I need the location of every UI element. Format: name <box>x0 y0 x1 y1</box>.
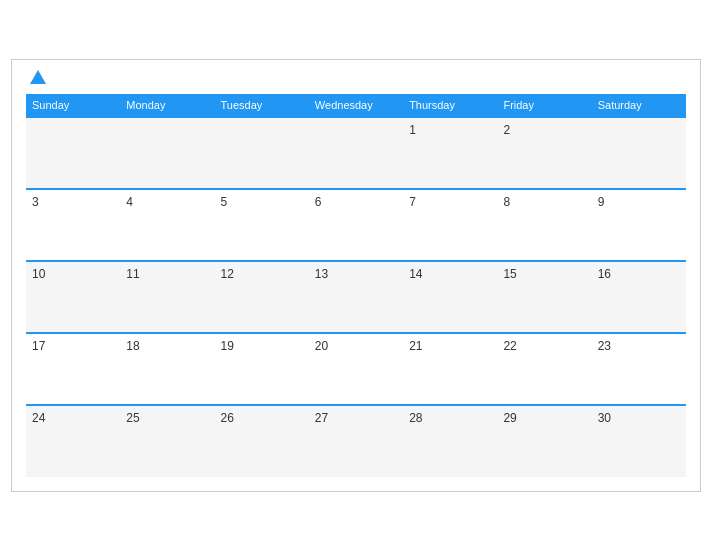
weekday-header-thursday: Thursday <box>403 94 497 117</box>
calendar-cell: 7 <box>403 189 497 261</box>
day-number: 29 <box>503 411 516 425</box>
weekday-header-tuesday: Tuesday <box>215 94 309 117</box>
calendar-cell: 24 <box>26 405 120 477</box>
day-number: 12 <box>221 267 234 281</box>
calendar-cell: 8 <box>497 189 591 261</box>
calendar-cell: 30 <box>592 405 686 477</box>
calendar-cell: 10 <box>26 261 120 333</box>
day-number: 30 <box>598 411 611 425</box>
calendar-cell: 28 <box>403 405 497 477</box>
calendar-cell: 17 <box>26 333 120 405</box>
calendar-cell: 15 <box>497 261 591 333</box>
calendar-cell <box>309 117 403 189</box>
day-number: 28 <box>409 411 422 425</box>
day-number: 21 <box>409 339 422 353</box>
day-number: 17 <box>32 339 45 353</box>
calendar-week-row: 24252627282930 <box>26 405 686 477</box>
calendar-cell: 1 <box>403 117 497 189</box>
day-number: 10 <box>32 267 45 281</box>
calendar-cell <box>592 117 686 189</box>
calendar-cell: 13 <box>309 261 403 333</box>
calendar-cell: 14 <box>403 261 497 333</box>
calendar-cell: 25 <box>120 405 214 477</box>
calendar-cell: 12 <box>215 261 309 333</box>
day-number: 7 <box>409 195 416 209</box>
logo-triangle-icon <box>30 70 46 84</box>
calendar-table: SundayMondayTuesdayWednesdayThursdayFrid… <box>26 94 686 477</box>
day-number: 23 <box>598 339 611 353</box>
calendar-container: SundayMondayTuesdayWednesdayThursdayFrid… <box>11 59 701 492</box>
weekday-header-monday: Monday <box>120 94 214 117</box>
calendar-cell: 2 <box>497 117 591 189</box>
calendar-cell: 20 <box>309 333 403 405</box>
day-number: 4 <box>126 195 133 209</box>
calendar-body: 1234567891011121314151617181920212223242… <box>26 117 686 477</box>
calendar-cell: 9 <box>592 189 686 261</box>
calendar-cell: 23 <box>592 333 686 405</box>
calendar-cell: 21 <box>403 333 497 405</box>
day-number: 18 <box>126 339 139 353</box>
calendar-cell: 6 <box>309 189 403 261</box>
day-number: 20 <box>315 339 328 353</box>
calendar-cell: 26 <box>215 405 309 477</box>
calendar-cell <box>26 117 120 189</box>
day-number: 11 <box>126 267 139 281</box>
calendar-cell: 27 <box>309 405 403 477</box>
day-number: 25 <box>126 411 139 425</box>
day-number: 1 <box>409 123 416 137</box>
day-number: 19 <box>221 339 234 353</box>
calendar-header <box>26 70 686 86</box>
weekday-header-wednesday: Wednesday <box>309 94 403 117</box>
day-number: 5 <box>221 195 228 209</box>
calendar-week-row: 10111213141516 <box>26 261 686 333</box>
day-number: 2 <box>503 123 510 137</box>
day-number: 14 <box>409 267 422 281</box>
weekday-header-row: SundayMondayTuesdayWednesdayThursdayFrid… <box>26 94 686 117</box>
day-number: 13 <box>315 267 328 281</box>
day-number: 6 <box>315 195 322 209</box>
day-number: 27 <box>315 411 328 425</box>
calendar-cell: 29 <box>497 405 591 477</box>
day-number: 8 <box>503 195 510 209</box>
calendar-week-row: 17181920212223 <box>26 333 686 405</box>
calendar-week-row: 3456789 <box>26 189 686 261</box>
calendar-cell: 19 <box>215 333 309 405</box>
day-number: 3 <box>32 195 39 209</box>
weekday-header-saturday: Saturday <box>592 94 686 117</box>
day-number: 24 <box>32 411 45 425</box>
calendar-week-row: 12 <box>26 117 686 189</box>
day-number: 9 <box>598 195 605 209</box>
calendar-cell: 16 <box>592 261 686 333</box>
calendar-cell: 3 <box>26 189 120 261</box>
day-number: 22 <box>503 339 516 353</box>
calendar-cell: 22 <box>497 333 591 405</box>
day-number: 15 <box>503 267 516 281</box>
weekday-header-friday: Friday <box>497 94 591 117</box>
calendar-thead: SundayMondayTuesdayWednesdayThursdayFrid… <box>26 94 686 117</box>
day-number: 16 <box>598 267 611 281</box>
calendar-cell: 5 <box>215 189 309 261</box>
logo <box>26 70 46 86</box>
calendar-cell <box>215 117 309 189</box>
calendar-cell: 4 <box>120 189 214 261</box>
weekday-header-sunday: Sunday <box>26 94 120 117</box>
calendar-cell: 11 <box>120 261 214 333</box>
calendar-cell <box>120 117 214 189</box>
day-number: 26 <box>221 411 234 425</box>
calendar-cell: 18 <box>120 333 214 405</box>
